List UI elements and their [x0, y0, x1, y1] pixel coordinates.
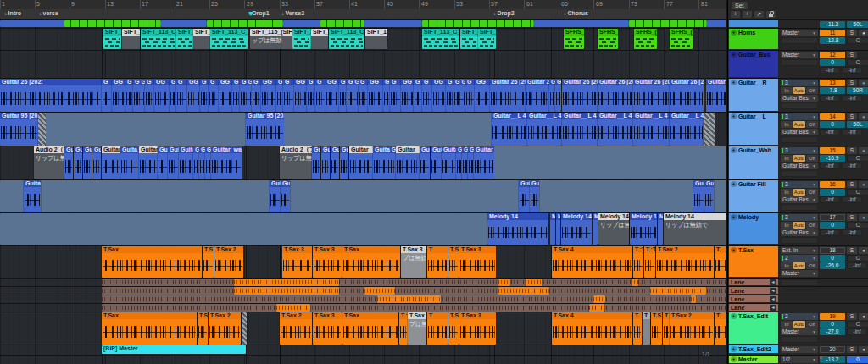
routing-select[interactable]: Master▼	[781, 346, 818, 353]
clip[interactable]	[593, 295, 605, 303]
clip[interactable]	[707, 20, 727, 27]
clip[interactable]: Gui	[83, 146, 92, 179]
mixer-value[interactable]: 13	[820, 80, 845, 86]
solo-button[interactable]: S	[847, 80, 857, 86]
mixer-value[interactable]: 0	[820, 121, 845, 128]
mixer-value[interactable]: -inf	[842, 95, 862, 102]
clip[interactable]: Guitar 95 [2023	[0, 113, 38, 146]
clip[interactable]: G	[339, 79, 347, 112]
monitor-in-button[interactable]: In	[781, 262, 793, 269]
clip[interactable]: Guitar_wah 3	[474, 146, 494, 179]
monitor-auto-button[interactable]: Auto	[793, 87, 805, 94]
routing-select[interactable]: 3▼	[781, 113, 818, 120]
clip[interactable]: G	[465, 79, 475, 112]
solo-button[interactable]: S	[847, 113, 857, 120]
monitor-in-button[interactable]: In	[781, 321, 793, 328]
clip[interactable]: GG	[187, 79, 200, 112]
clip[interactable]	[0, 20, 64, 27]
clip[interactable]: GG	[112, 79, 125, 112]
routing-empty-box[interactable]	[781, 59, 818, 66]
monitor-auto-button[interactable]: Auto	[793, 155, 805, 162]
clip[interactable]: T.S	[651, 312, 662, 345]
clip[interactable]: Guitar__L 4	[670, 113, 704, 146]
monitor-in-button[interactable]: In	[781, 121, 793, 128]
clip[interactable]: T.:T.	[633, 246, 643, 278]
clip[interactable]: T.Sax 4	[552, 246, 632, 278]
locator[interactable]: ▸Verse2	[282, 10, 304, 16]
mixer-value[interactable]: 0	[820, 255, 845, 262]
clip[interactable]	[498, 287, 549, 295]
mixer-value[interactable]: 11	[820, 30, 845, 36]
record-arm-button[interactable]	[859, 113, 868, 120]
routing-select[interactable]: Guitar Bus▼	[781, 95, 818, 102]
clip[interactable]	[161, 20, 207, 27]
monitor-off-button[interactable]: Off	[806, 155, 818, 162]
clip[interactable]: G	[232, 79, 240, 112]
clip[interactable]: Guitar_	[396, 146, 420, 179]
clip[interactable]: T.Sax	[342, 246, 400, 278]
clip[interactable]: G	[383, 79, 390, 112]
clip[interactable]: T.Sax 3	[459, 312, 496, 345]
fold-icon[interactable]: ▼	[731, 113, 737, 119]
clip[interactable]: Guitar 26 [202	[490, 79, 526, 112]
record-arm-button[interactable]	[859, 30, 868, 36]
clip[interactable]: G	[102, 79, 112, 112]
clip[interactable]: Guita	[179, 146, 193, 179]
mixer-value[interactable]: C	[847, 189, 868, 196]
clip[interactable]: SIFT_113_C_H	[141, 29, 176, 49]
clip[interactable]: Guita G	[120, 146, 139, 179]
mixer-value[interactable]: 0	[847, 356, 868, 363]
clip[interactable]	[234, 279, 339, 286]
clip[interactable]: Guitar 26 [202:	[633, 79, 670, 112]
mixer-value[interactable]: -inf	[820, 129, 840, 135]
clip[interactable]: GG	[294, 79, 307, 112]
track-name[interactable]: Lane◄	[729, 295, 778, 302]
monitor-auto-button[interactable]: Auto	[793, 189, 805, 196]
clip[interactable]: Gu	[312, 146, 320, 179]
clip[interactable]: Guitar 26 [202:	[562, 79, 598, 112]
mixer-value[interactable]: 15	[820, 147, 845, 154]
clip[interactable]: T.Sax 4	[552, 312, 632, 345]
fold-icon[interactable]: ▼	[731, 346, 737, 352]
locator[interactable]: ▸Chorus	[565, 10, 588, 16]
monitor-auto-button[interactable]: Auto	[793, 262, 805, 269]
clip[interactable]: Gu	[281, 180, 290, 212]
clip[interactable]: G	[307, 79, 315, 112]
routing-select[interactable]: Guitar Bus▼	[781, 229, 818, 236]
clip[interactable]: T.S	[448, 312, 459, 345]
add-track-icon[interactable]: +	[731, 11, 740, 18]
clip[interactable]: Gui	[270, 180, 281, 212]
clip[interactable]	[377, 295, 441, 303]
clip[interactable]: T.Sax 3	[313, 246, 342, 278]
mixer-value[interactable]: -12.8	[820, 37, 845, 44]
clip[interactable]: T.Sax 3	[459, 246, 496, 278]
monitor-off-button[interactable]: Off	[806, 262, 818, 269]
clip[interactable]: G G	[240, 79, 252, 112]
track-name[interactable]: ▼Guitar_Bus	[729, 51, 778, 77]
mixer-value[interactable]: -7.8	[820, 87, 845, 94]
clip[interactable]: GG	[401, 79, 414, 112]
record-arm-button[interactable]	[859, 313, 868, 320]
clip[interactable]: T	[643, 312, 650, 345]
clip[interactable]: Guitar_	[349, 146, 373, 179]
clip[interactable]: Gui	[431, 146, 442, 179]
clip[interactable]	[102, 287, 727, 295]
fold-icon[interactable]: ▼	[731, 247, 737, 253]
fold-icon[interactable]: ▼	[731, 52, 737, 58]
mixer-value[interactable]: 50R	[847, 87, 868, 94]
clip[interactable]: Guitar_wah 3	[211, 146, 242, 179]
solo-button[interactable]: S	[847, 52, 857, 58]
clip[interactable]: GG	[432, 79, 446, 112]
track-name[interactable]: ▼T.Sax_Edit	[729, 312, 778, 344]
clip[interactable]: T.:	[399, 312, 408, 345]
speaker-icon[interactable]: ◄	[770, 296, 776, 302]
mixer-value[interactable]: -inf	[820, 95, 840, 102]
monitor-off-button[interactable]: Off	[806, 87, 818, 94]
clip[interactable]	[494, 146, 727, 179]
clip[interactable]	[526, 279, 542, 286]
clip[interactable]: T	[663, 312, 670, 345]
mixer-value[interactable]: -inf	[842, 67, 862, 74]
mixer-value[interactable]: 14	[820, 113, 845, 120]
clip[interactable]: Guitar 95 [202:	[246, 113, 284, 146]
routing-select[interactable]: 3▼	[781, 80, 818, 86]
